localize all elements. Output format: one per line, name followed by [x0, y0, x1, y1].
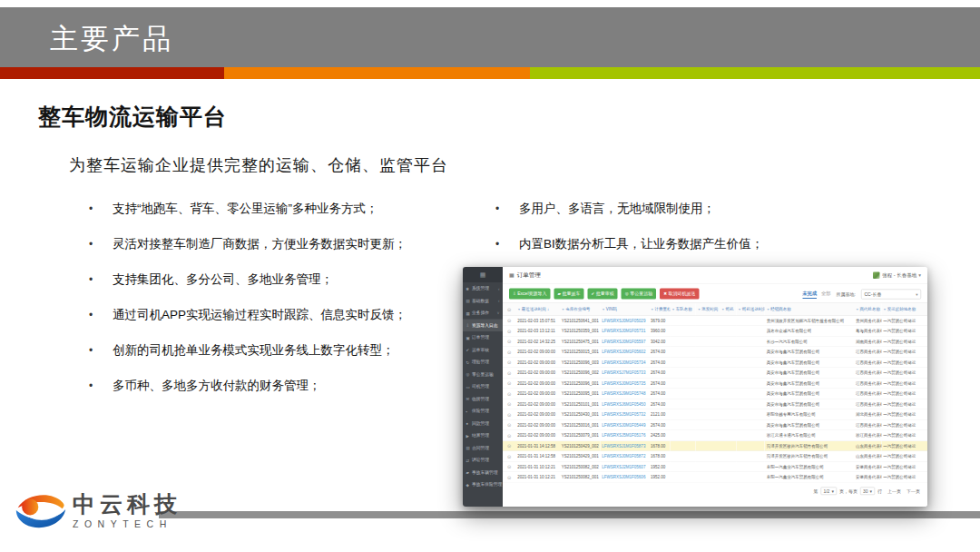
row-gear-icon[interactable]: ⊙ — [503, 336, 515, 347]
sidebar-item-诉讼管理[interactable]: ⇄诉讼管理 — [463, 454, 503, 467]
row-gear-icon[interactable]: ⊙ — [503, 326, 515, 337]
sidebar-item-业务操作[interactable]: ▦业务操作˅ — [463, 307, 503, 320]
cell-VIN码[interactable]: LFWSRXSJ9M1F05748 — [600, 389, 649, 399]
sidebar-item-订单管理[interactable]: ▣订单管理 — [463, 331, 503, 344]
next-page-button[interactable]: 下一页 — [906, 488, 920, 494]
table-row[interactable]: ⊙2021-02-02 09:00:00YS2101250095_001LFWS… — [503, 389, 927, 399]
tab-全部[interactable]: 全部 — [821, 290, 831, 299]
cell-车队名称 — [670, 419, 695, 430]
cell-VIN码[interactable]: LFWSRXSJ5M1F05732 — [600, 409, 649, 420]
filter-icon: ▼ — [517, 308, 520, 311]
sidebar-item-保险管理[interactable]: ▪保险管理 — [463, 405, 503, 418]
zonytech-swirl-icon — [15, 488, 67, 533]
column-header-label: 最近送达时间 ↓ — [522, 307, 550, 311]
base-select[interactable]: CC-长春 ▾ — [861, 290, 921, 300]
table-row[interactable]: ⊙2021-02-02 14:32:25YS2101250475_001LFWS… — [503, 336, 927, 347]
table-row[interactable]: ⊙2021-01-31 10:12:21YS2101250082_002LFWS… — [503, 461, 927, 472]
table-row[interactable]: ⊙2021-02-02 09:00:00YS2101250096_001LFWS… — [503, 378, 927, 389]
sidebar-item-事故车保险管理[interactable]: ◆事故车保险管理 — [463, 478, 503, 491]
row-gear-icon[interactable]: ⊙ — [503, 389, 515, 399]
table-row[interactable]: ⊙2021-02-02 09:00:00YS2101250096_002LFWS… — [503, 368, 927, 379]
table-row[interactable]: ⊙2021-02-03 15:07:51YS2101250641_001LFWS… — [503, 315, 927, 326]
tab-未完成[interactable]: 未完成 — [802, 290, 817, 299]
table-row[interactable]: ⊙2021-02-02 09:00:00YS2101250096_003LFWS… — [503, 357, 927, 368]
page-size-select[interactable]: 30 ▾ — [860, 488, 875, 496]
row-gear-icon[interactable]: ⊙ — [503, 409, 515, 420]
cell-VIN码[interactable]: LFWSRXSJ6M1F05450 — [600, 399, 649, 409]
sidebar-item-结算管理[interactable]: ▶结算管理 — [463, 429, 503, 442]
toolbar-button-Excel资源导入[interactable]: ⇩Excel资源导入 — [509, 289, 551, 300]
table-row[interactable]: ⊙2021-02-02 09:00:00YS2101250016_001LFWS… — [503, 419, 927, 430]
table-row[interactable]: ⊙2021-01-31 14:12:58YS2101250429_001LFWS… — [503, 451, 927, 462]
row-gear-icon[interactable]: ⊙ — [503, 472, 515, 483]
cell-VIN码[interactable]: LFWSRXSJ0M1F05735 — [600, 378, 649, 389]
cell-VIN码[interactable]: LFWSRXSJ1M1F05873 — [600, 440, 649, 451]
sidebar-item-司机管理[interactable]: ▭司机管理 — [463, 380, 503, 393]
column-header-计费里程[interactable]: ▼计费里程 — [649, 303, 670, 315]
column-header-VIN码[interactable]: ▼VIN码 — [600, 303, 649, 315]
table-row[interactable]: ⊙2021-01-31 14:12:58YS2101250429_002LFWS… — [503, 440, 927, 451]
cell-VIN码[interactable]: LFWSRXSJ0M1F05029 — [600, 315, 649, 326]
user-menu[interactable]: 张程 - 长春基地 ▾ — [873, 271, 921, 279]
row-gear-icon[interactable]: ⊙ — [503, 399, 515, 409]
sidebar-item-基础数据[interactable]: ▤基础数据‹ — [463, 295, 503, 308]
table-row[interactable]: ⊙2021-02-02 09:00:00YS2101250015_001LFWS… — [503, 347, 927, 358]
table-row[interactable]: ⊙2021-02-03 13:12:11YS2101250359_001LFWS… — [503, 326, 927, 337]
table-row[interactable]: ⊙2021-02-02 09:00:00YS2101250101_001LFWS… — [503, 399, 927, 409]
cell-VIN码[interactable]: LFWSRXSJ7M1F05733 — [600, 368, 649, 379]
column-header-发运起始地名称[interactable]: ▼发运起始地名称 — [881, 303, 927, 315]
column-header-车队名称[interactable]: ▼车队名称 — [670, 303, 695, 315]
column-header-司机送达时间[interactable]: ▼司机送达时间 — [736, 303, 764, 315]
sidebar-item-事故车辆管理[interactable]: ▰事故车辆管理 — [463, 467, 503, 479]
row-gear-icon[interactable]: ⊙ — [503, 451, 515, 462]
cell-VIN码[interactable]: LFWSRXSJ0M1F05449 — [600, 419, 649, 430]
toolbar-button-取消司机派送[interactable]: ✖取消司机派送 — [660, 289, 699, 300]
cell-最近送达时间 ↓: 2021-01-31 10:12:21 — [515, 472, 560, 483]
cell-VIN码[interactable]: LFWSRXSJ0M1F05872 — [600, 451, 649, 462]
cell-VIN码[interactable]: LFWSRXSJ0M1F05606 — [600, 472, 649, 483]
column-header-司机[interactable]: ▼司机 — [720, 303, 736, 315]
table-row[interactable]: ⊙2021-01-31 10:12:21YS2101250082_001LFWS… — [503, 472, 927, 483]
cell-VIN码[interactable]: LFWSRXSJ0M1F05731 — [600, 326, 649, 337]
table-row[interactable]: ⊙2021-02-02 09:00:00YS2101250079_001LFWS… — [503, 430, 927, 441]
row-gear-icon[interactable]: ⊙ — [503, 430, 515, 441]
row-gear-icon[interactable]: ⊙ — [503, 315, 515, 326]
sidebar-item-合同管理[interactable]: ▤合同管理 — [463, 442, 503, 455]
column-header-派发时间[interactable]: ▼派发时间 — [696, 303, 720, 315]
column-header-最近送达时间 ↓[interactable]: ▼最近送达时间 ↓ — [515, 303, 560, 315]
cell-VIN码[interactable]: LFWSRXSJ0M1F05597 — [600, 336, 649, 347]
column-header-商代处名称[interactable]: ▼商代处名称 — [854, 303, 881, 315]
cell-VIN码[interactable]: LFWSRXSJ5M1F05176 — [600, 430, 649, 441]
row-gear-icon[interactable]: ⊙ — [503, 378, 515, 389]
sidebar-item-临牌管理[interactable]: ✉临牌管理 — [463, 393, 503, 406]
table-row[interactable]: ⊙2021-02-02 09:00:00YS2101250430_001LFWS… — [503, 409, 927, 420]
column-settings-gear-icon[interactable]: ⊙ — [503, 303, 515, 315]
cell-VIN码[interactable]: LFWSRXSJ0M1F05602 — [600, 347, 649, 358]
row-gear-icon[interactable]: ⊙ — [503, 368, 515, 379]
sidebar-item-零公里运输[interactable]: ◎零公里运输 — [463, 369, 503, 381]
sidebar-item-系统管理[interactable]: ✱系统管理‹ — [463, 282, 503, 295]
toolbar-button-批量审核[interactable]: ✔批量审核 — [587, 289, 617, 300]
sidebar-item-label: 零公里运输 — [472, 371, 494, 378]
row-gear-icon[interactable]: ⊙ — [503, 347, 515, 358]
page-select[interactable]: 1/2 ▾ — [820, 488, 836, 496]
toolbar-button-零公里运输[interactable]: ◎零公里运输 — [622, 289, 656, 300]
row-gear-icon[interactable]: ⊙ — [503, 461, 515, 472]
row-gear-icon[interactable]: ⊙ — [503, 440, 515, 451]
cell-司机 — [720, 378, 736, 389]
sidebar-item-回款管理[interactable]: ●回款管理 — [463, 418, 503, 430]
column-header-仓库作业编号[interactable]: ▼仓库作业编号 — [560, 303, 601, 315]
column-header-经销商名称[interactable]: ▼经销商名称 — [765, 303, 854, 315]
sidebar-item-理赔管理[interactable]: ↻理赔管理 — [463, 356, 503, 369]
cell-车队名称 — [670, 357, 695, 368]
row-gear-icon[interactable]: ⊙ — [503, 419, 515, 430]
cell-VIN码[interactable]: LFWSRXSJ0M1F05734 — [600, 357, 649, 368]
prev-page-button[interactable]: 上一页 — [887, 488, 901, 494]
sidebar-item-资源导入日志[interactable]: ⇩资源导入日志 — [463, 320, 503, 332]
row-gear-icon[interactable]: ⊙ — [503, 357, 515, 368]
toolbar-button-批量派车[interactable]: ▰批量派车 — [554, 289, 584, 300]
cell-发运起始地名称: 一汽贸易公司储运 — [881, 357, 927, 368]
sidebar-item-运单审核[interactable]: ✔运单审核 — [463, 344, 503, 357]
filter-icon: ▼ — [856, 308, 858, 311]
cell-VIN码[interactable]: LFWSRXSJ2M1F05607 — [600, 461, 649, 472]
